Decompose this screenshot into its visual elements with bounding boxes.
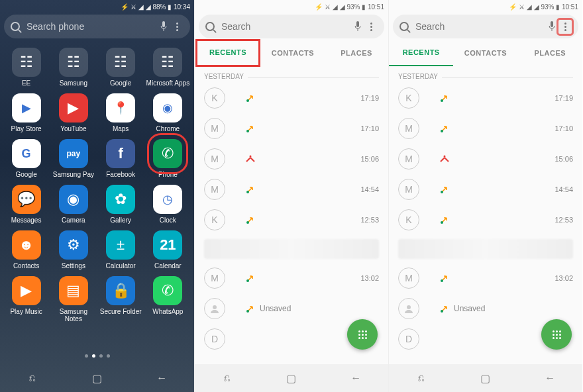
folder-ee[interactable]: ☷EE [4,48,48,87]
search-placeholder: Search [221,21,351,32]
app-maps[interactable]: 📍Maps [99,93,143,132]
app-phone[interactable]: ✆Phone [146,139,190,178]
app-label: Contacts [13,262,39,270]
back-nav-icon[interactable]: ← [348,371,363,385]
search-bar[interactable]: Search phone [4,15,190,38]
call-time: 13:02 [555,274,573,282]
app-contacts[interactable]: ☻Contacts [4,230,48,270]
app-settings[interactable]: ⚙Settings [51,230,95,270]
recents-nav-icon[interactable]: ⎌ [414,371,429,385]
app-icon: 💬 [12,185,41,214]
app-label: Play Music [10,308,42,315]
app-label: Facebook [106,171,135,178]
svg-point-14 [441,99,443,102]
app-label: Samsung Pay [53,171,94,178]
app-whatsapp[interactable]: ✆WhatsApp [146,276,190,322]
call-row[interactable]: M14:54 [389,174,582,205]
app-calendar[interactable]: 21Calendar [146,230,190,270]
search-bar[interactable]: Search [199,15,384,38]
app-play-music[interactable]: ▶Play Music [4,276,48,322]
more-icon[interactable] [364,23,378,31]
svg-point-17 [441,191,443,193]
call-row[interactable]: M15:06 [389,144,582,174]
tab-recents[interactable]: RECENTS [389,40,453,66]
tab-places[interactable]: PLACES [518,49,582,57]
contact-avatar: K [398,209,419,230]
svg-rect-0 [162,21,165,27]
app-messages[interactable]: 💬Messages [4,185,48,224]
call-type-icon: Unsaved [439,303,573,314]
app-label: Google [16,171,37,178]
app-facebook[interactable]: fFacebook [99,139,143,178]
app-gallery[interactable]: ✿Gallery [99,185,143,224]
call-type-icon [245,215,360,225]
app-chrome[interactable]: ◉Chrome [146,93,190,132]
search-icon [399,22,409,31]
call-row[interactable]: M17:10 [389,113,582,144]
back-nav-icon[interactable]: ← [543,371,557,385]
mic-icon[interactable] [157,21,170,32]
tab-contacts[interactable]: CONTACTS [261,49,325,57]
app-calculator[interactable]: ±Calculator [99,230,143,270]
app-icon: 🔒 [106,276,135,305]
dialpad-fab[interactable] [347,319,378,350]
mic-icon[interactable] [545,21,558,32]
home-nav-icon[interactable]: ▢ [284,371,299,385]
home-nav-icon[interactable]: ▢ [478,371,493,385]
app-google[interactable]: GGoogle [4,139,48,178]
app-label: Calendar [154,262,182,270]
app-icon: ✆ [153,276,182,305]
tab-contacts[interactable]: CONTACTS [453,49,517,57]
recents-nav-icon[interactable]: ⎌ [25,371,40,385]
call-row[interactable]: M15:06 [195,144,388,174]
app-label: WhatsApp [152,308,183,315]
app-label: Gallery [110,217,131,224]
app-icon: ◉ [59,185,88,214]
contact-avatar: K [398,87,419,109]
call-row[interactable]: K12:53 [195,205,388,235]
more-icon[interactable] [170,23,184,31]
more-icon[interactable] [558,20,572,34]
folder-microsoft[interactable]: ☷Microsoft Apps [146,48,190,87]
app-icon: ☷ [12,48,41,77]
svg-rect-3 [358,28,358,31]
app-samsung-notes[interactable]: ▤Samsung Notes [51,276,95,322]
contact-avatar: M [204,268,225,289]
app-secure-folder[interactable]: 🔒Secure Folder [99,276,143,322]
folder-google[interactable]: ☷Google [99,48,143,87]
call-row[interactable]: K17:19 [389,83,582,113]
call-row[interactable]: K17:19 [195,83,388,113]
contact-avatar: M [398,148,419,170]
call-row[interactable]: K12:53 [389,205,582,235]
dialpad-fab[interactable] [541,319,572,350]
app-label: Samsung Notes [52,308,95,322]
contact-avatar [398,298,419,319]
tab-places[interactable]: PLACES [325,49,388,57]
folder-samsung[interactable]: ☷Samsung [51,48,95,87]
call-type-icon [439,184,555,195]
section-label: YESTERDAY [195,66,388,83]
back-nav-icon[interactable]: ← [154,371,169,385]
call-row[interactable]: M17:10 [195,113,388,144]
status-text: ⚡ ⚔ ◢ ◢ 93% ▮ 10:51 [315,3,384,11]
app-samsung-pay[interactable]: paySamsung Pay [51,139,95,178]
call-row[interactable]: M13:02 [389,263,582,293]
home-nav-icon[interactable]: ▢ [89,371,104,385]
call-row[interactable]: M14:54 [195,174,388,205]
app-clock[interactable]: ◷Clock [146,185,190,224]
tab-recents[interactable]: RECENTS [196,40,260,66]
call-time: 17:10 [360,124,379,132]
call-list: K17:19M17:10M15:06M14:54K12:53M13:02Unsa… [195,83,388,354]
call-time: 13:02 [360,274,379,282]
app-icon: ☷ [153,48,182,77]
mic-icon[interactable] [351,21,364,32]
app-play-store[interactable]: ▶Play Store [4,93,48,132]
call-row[interactable]: M13:02 [195,263,388,293]
search-bar[interactable]: Search [393,15,578,38]
app-camera[interactable]: ◉Camera [51,185,95,224]
tabs: RECENTSCONTACTSPLACES [389,40,582,66]
app-icon: 📍 [106,93,135,122]
call-time: 12:53 [360,216,379,224]
recents-nav-icon[interactable]: ⎌ [220,371,235,385]
app-youtube[interactable]: ▶YouTube [51,93,95,132]
